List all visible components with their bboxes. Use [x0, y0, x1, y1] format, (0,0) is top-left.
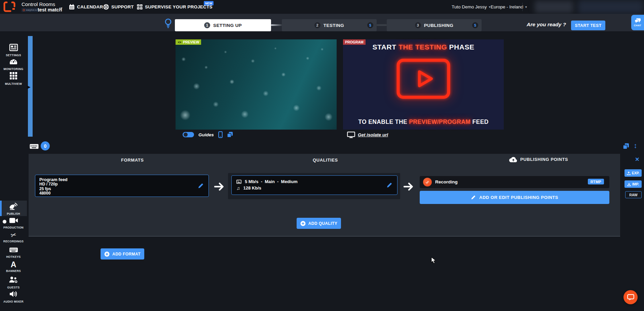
export-button[interactable]: EXP.	[624, 169, 642, 177]
import-button[interactable]: IMP.	[624, 180, 642, 188]
get-isolate-url-link[interactable]: Get isolate url	[358, 132, 388, 137]
sidebar-item-label: HOTKEYS	[0, 255, 27, 258]
plus-circle-icon	[104, 251, 110, 257]
project-selector[interactable]: test match	[38, 7, 62, 12]
add-quality-button[interactable]: ADD QUALITY	[297, 218, 341, 229]
user-menu-label: Tuto Demo Jessy	[452, 4, 487, 9]
sidebar-item-monitoring[interactable]: MONITORING	[0, 57, 27, 71]
preview-badge-label: PREVIEW	[183, 40, 199, 44]
chat-tab[interactable]: CHAT	[631, 15, 644, 30]
new-badge: NEW	[204, 1, 214, 5]
neon-play-icon	[395, 57, 452, 100]
raw-button[interactable]: RAW	[625, 191, 642, 198]
eye-icon	[178, 41, 182, 44]
chevron-down-icon[interactable]: ▾	[61, 6, 63, 10]
chevron-down-icon: ▾	[525, 5, 527, 9]
sidebar-item-audio-mixer[interactable]: AUDIO MIXER	[0, 290, 27, 303]
sidebar-item-label: SETTINGS	[0, 54, 27, 57]
preview-monitor	[176, 39, 337, 130]
edit-pencil-icon[interactable]	[386, 182, 392, 188]
flow-arrow-icon	[404, 182, 414, 191]
mouse-cursor	[431, 257, 437, 264]
nav-supervise-label: SUPERVISE YOUR PROJECTS	[145, 4, 213, 9]
protocol-badge: RTMP	[588, 179, 604, 184]
projects-icon	[137, 4, 143, 10]
sidebar-item-guests[interactable]: GUESTS	[0, 276, 27, 289]
lightbulb-icon[interactable]	[164, 18, 173, 28]
step-number: 3	[415, 22, 421, 28]
toggle-knob	[184, 133, 188, 137]
add-format-label: ADD FORMAT	[112, 252, 141, 256]
hotkey-count-badge: 0	[41, 141, 50, 150]
step-connector	[271, 24, 282, 26]
msg-text: PHASE	[447, 43, 474, 51]
provider-label: easylive.io	[26, 9, 37, 11]
quality-video-row: 5 Mb/s - Main - Medium	[236, 179, 298, 184]
sidebar-item-publish[interactable]: PUBLISH	[0, 202, 27, 215]
region-menu-label: Europe - Ireland	[491, 4, 523, 9]
cloud-upload-icon	[509, 156, 518, 163]
sidebar-item-recordings[interactable]: ✂ RECORDINGS	[0, 231, 27, 243]
step-testing[interactable]: 2 TESTING $	[282, 19, 377, 31]
msg-text: FEED	[470, 118, 489, 125]
start-test-button[interactable]: START TEST	[571, 21, 605, 30]
preview-badge: PREVIEW	[176, 39, 201, 45]
nav-supervise-projects[interactable]: SUPERVISE YOUR PROJECTS	[137, 0, 213, 14]
add-quality-label: ADD QUALITY	[308, 221, 337, 226]
mobile-preview-icon[interactable]	[218, 131, 223, 138]
flow-arrow-icon	[214, 182, 225, 191]
export-label: EXP.	[632, 171, 640, 175]
copy-icon[interactable]	[623, 143, 629, 149]
settings-icon	[9, 44, 18, 51]
page-title: Control Rooms	[22, 1, 55, 7]
format-card[interactable]: Program feed HD / 720p 25 fps 48000	[35, 175, 209, 197]
qualities-header: QUALITIES	[313, 158, 338, 163]
hotkeys-keyboard-icon[interactable]	[30, 143, 39, 150]
sidebar-item-banners[interactable]: A BANNERS	[0, 261, 27, 273]
step-setting-up[interactable]: 1 SETTING UP	[175, 19, 271, 31]
sidebar-item-label: RECORDINGS	[0, 240, 27, 243]
format-fps: 25 fps	[39, 187, 204, 192]
plus-circle-icon	[300, 221, 306, 226]
copy-icon[interactable]	[227, 132, 233, 138]
chat-tab-label: CHAT	[634, 24, 641, 27]
publishing-point-row[interactable]: ✂ Recording RTMP	[420, 176, 609, 188]
edit-pencil-icon	[471, 195, 476, 200]
region-menu[interactable]: Europe - Ireland▾	[491, 0, 527, 14]
step-connector	[377, 24, 387, 26]
guides-controls: Guides	[183, 131, 233, 138]
step-publishing[interactable]: 3 PUBLISHING $	[387, 19, 482, 31]
sidebar-item-label: AUDIO MIXER	[0, 300, 27, 303]
ready-text: Are you ready ?	[527, 22, 566, 28]
chat-bubble-icon	[627, 294, 634, 301]
quality-card[interactable]: 5 Mb/s - Main - Medium ♫ 128 Kb/s	[231, 175, 397, 195]
chat-fab-button[interactable]	[623, 290, 638, 304]
guides-toggle[interactable]	[183, 132, 194, 137]
sidebar-item-label: GUESTS	[0, 286, 27, 289]
quality-audio-row: ♫ 128 Kb/s	[236, 185, 261, 191]
recording-icon: ✂	[423, 178, 432, 186]
step-label: TESTING	[324, 23, 344, 28]
close-icon[interactable]: ✕	[635, 156, 639, 163]
msg-text: TO ENABLE THE	[358, 118, 409, 125]
add-format-button[interactable]: ADD FORMAT	[101, 248, 144, 260]
sidebar-item-label: PRODUCTION	[0, 226, 27, 229]
dollar-icon: $	[472, 22, 478, 28]
publishing-points-header: PUBLISHING POINTS	[509, 156, 568, 163]
sidebar-item-hotkeys[interactable]: HOTKEYS	[0, 247, 27, 258]
speaker-icon	[9, 290, 18, 298]
nav-support[interactable]: SUPPORT	[103, 0, 134, 14]
isolate-url-row: Get isolate url	[347, 131, 388, 138]
resize-vertical-icon[interactable]: ↕	[634, 142, 637, 150]
expand-arrow-icon[interactable]: ▶	[27, 84, 31, 90]
add-edit-publishing-button[interactable]: ADD OR EDIT PUBLISHING POINTS	[420, 191, 609, 204]
publishing-point-name: Recording	[435, 179, 458, 184]
nav-calendar[interactable]: CALENDAR	[69, 0, 103, 14]
sidebar-item-production[interactable]: PRODUCTION	[0, 217, 27, 229]
user-menu[interactable]: Tuto Demo Jessy▾	[452, 0, 491, 14]
keyboard-icon	[9, 247, 18, 253]
sidebar-item-settings[interactable]: SETTINGS	[0, 44, 27, 57]
sidebar-item-multiview[interactable]: MULTIVIEW	[0, 72, 27, 85]
edit-pencil-icon[interactable]	[198, 183, 204, 189]
step-label: PUBLISHING	[424, 23, 453, 28]
